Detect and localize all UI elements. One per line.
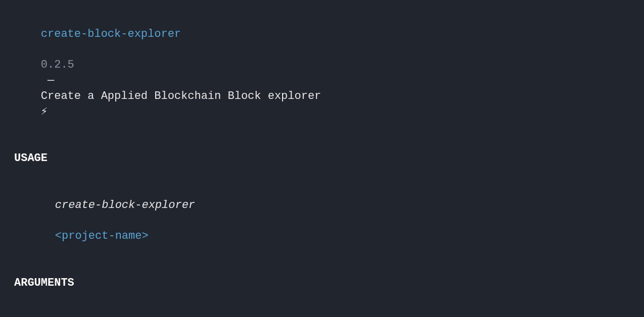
title-sep: — — [41, 74, 61, 87]
arguments-heading: ARGUMENTS — [14, 276, 630, 291]
cli-name: create-block-explorer — [41, 28, 181, 40]
usage-arg: <project-name> — [55, 230, 149, 242]
lightning-icon: ⚡ — [41, 105, 48, 118]
title-line: create-block-explorer 0.2.5 — Create a A… — [14, 11, 630, 135]
usage-cmd: create-block-explorer — [55, 199, 195, 212]
space — [55, 214, 62, 227]
cli-description: Create a Applied Blockchain Block explor… — [41, 90, 328, 102]
usage-line: create-block-explorer <project-name> — [14, 182, 630, 260]
space — [41, 43, 48, 56]
usage-heading: USAGE — [14, 151, 630, 167]
terminal-output: create-block-explorer 0.2.5 — Create a A… — [0, 0, 644, 317]
cli-version: 0.2.5 — [41, 59, 74, 71]
argument-row: <project-name> Name of your Applied Bloc… — [14, 306, 630, 317]
